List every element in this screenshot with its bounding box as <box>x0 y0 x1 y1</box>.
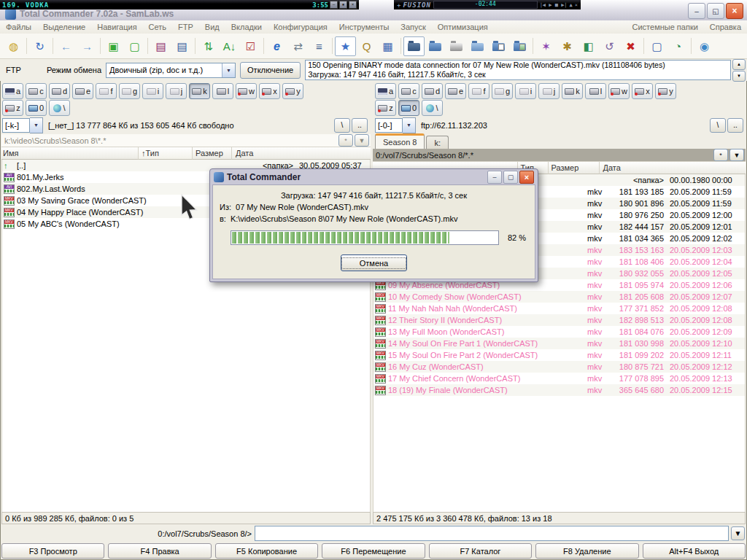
left-root-dir-button[interactable]: \ <box>334 118 350 133</box>
folder-documents-button[interactable] <box>488 36 509 56</box>
quick-search-button[interactable]: Q <box>356 36 377 56</box>
f6-move-button[interactable]: F6 Перемещение <box>322 543 425 559</box>
menu-tabs[interactable]: Вкладки <box>225 23 268 31</box>
left-drive-i-button[interactable]: i <box>142 83 163 99</box>
menu-files[interactable]: Файлы <box>0 23 37 31</box>
left-drive-combo[interactable]: [-k-] <box>2 118 30 133</box>
right-drive-z-button[interactable]: z <box>375 100 396 116</box>
right-drive-c-button[interactable]: c <box>398 83 419 99</box>
file-row[interactable]: 12 Their Story II (WonderCAST) mkv 182 8… <box>374 314 745 326</box>
chevron-down-icon[interactable]: ▼ <box>729 149 744 161</box>
transfer-mode-select[interactable]: Двоичный (zip, doc и т.д.) ▼ <box>106 63 236 78</box>
menu-system-folders[interactable]: Системные папки <box>627 23 704 31</box>
multi-rename-button[interactable]: ▦ <box>377 36 398 56</box>
left-drive-x-button[interactable]: x <box>259 83 280 99</box>
player-transport-buttons[interactable]: |◀ ▶ ■ ▶| <box>540 2 568 8</box>
map-network-drive-button[interactable]: ⇄ <box>287 36 309 56</box>
file-row[interactable]: 14 My Soul On Fire Part 1 (WonderCAST) m… <box>374 338 745 349</box>
sync-dirs-button[interactable]: ↺ <box>599 36 620 56</box>
pack-files-button[interactable]: ▣ <box>103 36 124 56</box>
left-drive-a-button[interactable]: a <box>2 83 23 99</box>
player-menu-icon[interactable]: + <box>397 1 400 9</box>
close-button[interactable]: × <box>726 3 743 19</box>
tab-k-drive[interactable]: k: <box>426 136 449 149</box>
column-header-size[interactable]: Размер <box>193 147 232 160</box>
folder-open-button[interactable] <box>467 36 488 56</box>
menu-ftp[interactable]: FTP <box>172 23 199 31</box>
disconnect-button[interactable]: Отключение <box>240 62 301 79</box>
right-drive-a-button[interactable]: a <box>375 83 396 99</box>
favorites-star-button[interactable]: ★ <box>335 36 356 56</box>
right-drive-i-button[interactable]: i <box>515 83 536 99</box>
history-back-button[interactable]: ← <box>55 36 77 56</box>
restore-button[interactable]: ◱ <box>707 3 724 19</box>
left-drive-k-button[interactable]: k <box>189 83 210 99</box>
right-drive-combo[interactable]: [-0-] <box>375 118 403 133</box>
playlist-minimize-button[interactable]: ▪ <box>339 1 347 9</box>
chevron-down-icon[interactable]: ▼ <box>403 117 416 133</box>
right-drive-x-button[interactable]: x <box>632 83 653 99</box>
left-path-bar[interactable]: k:\video\Scrubs\Season 8\*.* * ▼ <box>1 134 371 147</box>
folder-system-button[interactable] <box>446 36 467 56</box>
transfer-updown-button[interactable]: ⇅ <box>198 36 219 56</box>
left-filter-button[interactable]: * <box>338 134 353 147</box>
right-drive-d-button[interactable]: d <box>422 83 443 99</box>
components-button[interactable]: ◧ <box>578 36 599 56</box>
scroll-up-icon[interactable]: ▲ <box>732 59 746 70</box>
folder-recent-button[interactable] <box>425 36 446 56</box>
folder-tree-button[interactable] <box>403 36 425 56</box>
chevron-down-icon[interactable]: ▼ <box>30 117 43 133</box>
column-header-name[interactable]: Имя <box>1 147 139 160</box>
dialog-title-bar[interactable]: Total Commander –▢× <box>212 169 535 184</box>
ftp-connect-button[interactable]: ≡ <box>309 36 330 56</box>
left-drive-c-button[interactable]: c <box>26 83 47 99</box>
playlist-close-button[interactable]: × <box>349 1 357 9</box>
menu-selection[interactable]: Выделение <box>37 23 91 31</box>
right-filter-button[interactable]: * <box>713 149 728 161</box>
web-page-button[interactable]: ◉ <box>694 36 715 56</box>
dialog-close-button[interactable]: × <box>519 171 534 184</box>
f7-mkdir-button[interactable]: F7 Каталог <box>429 543 532 559</box>
history-forward-button[interactable]: → <box>77 36 98 56</box>
f3-view-button[interactable]: F3 Просмотр <box>1 543 104 559</box>
left-parent-dir-button[interactable]: .. <box>352 118 368 133</box>
left-drive-w-button[interactable]: w <box>236 83 257 99</box>
menu-view[interactable]: Вид <box>199 23 225 31</box>
menu-optimization[interactable]: Оптимизация <box>432 23 494 31</box>
left-drive-z-button[interactable]: z <box>2 100 23 116</box>
archive-extract-button[interactable]: ▤ <box>171 36 193 56</box>
f4-edit-button[interactable]: F4 Правка <box>108 543 211 559</box>
menu-configuration[interactable]: Конфигурация <box>268 23 333 31</box>
menu-help[interactable]: Справка <box>704 23 747 31</box>
playlist-shade-button[interactable]: – <box>330 1 338 9</box>
delete-button[interactable]: ✖ <box>620 36 641 56</box>
f5-copy-button[interactable]: F5 Копирование <box>215 543 318 559</box>
right-drive-0-button[interactable]: 0 <box>398 100 419 116</box>
scheduler-button[interactable]: ◔ <box>667 36 689 56</box>
file-row[interactable]: 18 (19) My Finale (WonderCAST) mkv 365 6… <box>374 384 745 396</box>
dialog-minimize-button[interactable]: – <box>487 171 502 184</box>
column-header-date[interactable]: Дата <box>232 147 371 160</box>
task-window-button[interactable]: ▢ <box>646 36 667 56</box>
file-row[interactable]: 15 My Soul On Fire Part 2 (WonderCAST) m… <box>374 349 745 361</box>
right-drive-f-button[interactable]: f <box>468 83 489 99</box>
player-close-button[interactable]: × <box>575 2 578 8</box>
column-header-type[interactable]: ↑Тип <box>139 147 193 160</box>
file-row[interactable]: 11 My Nah Nah Nah (WonderCAST) mkv 177 3… <box>374 303 745 314</box>
help-button[interactable]: ◍ <box>3 36 24 56</box>
right-drive-w-button[interactable]: w <box>608 83 630 99</box>
left-drive-e-button[interactable]: e <box>72 83 93 99</box>
left-drive-d-button[interactable]: d <box>49 83 70 99</box>
left-drive-j-button[interactable]: j <box>166 83 187 99</box>
right-drive-j-button[interactable]: j <box>538 83 560 99</box>
file-row[interactable]: 16 My Cuz (WonderCAST) mkv 180 875 721 2… <box>374 361 745 373</box>
archive-rar-button[interactable]: ▤ <box>150 36 171 56</box>
file-row[interactable]: 17 My Chief Concern (WonderCAST) mkv 177… <box>374 373 745 384</box>
right-root-dir-button[interactable]: \ <box>710 118 726 133</box>
file-row[interactable]: 10 My Comedy Show (WonderCAST) mkv 181 2… <box>374 291 745 303</box>
cancel-button[interactable]: Отмена <box>341 254 407 271</box>
settings-wizard-button[interactable]: ✶ <box>535 36 557 56</box>
right-drive-e-button[interactable]: e <box>445 83 466 99</box>
left-drive-g-button[interactable]: g <box>119 83 140 99</box>
left-drive-y-button[interactable]: y <box>282 83 303 99</box>
